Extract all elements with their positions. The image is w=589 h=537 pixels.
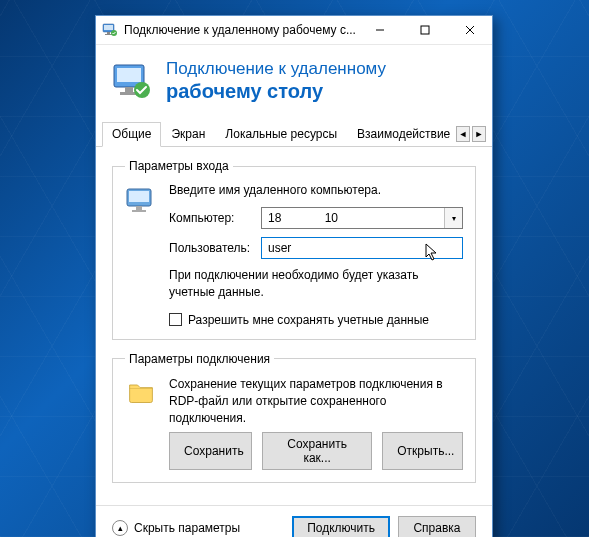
save-button[interactable]: Сохранить — [169, 432, 252, 470]
rdc-window: Подключение к удаленному рабочему с... — [95, 15, 493, 537]
header-title-line2: рабочему столу — [166, 79, 386, 103]
connection-settings-text: Сохранение текущих параметров подключени… — [169, 376, 463, 426]
login-settings-group: Параметры входа Введите имя удаленного к… — [112, 159, 476, 340]
help-button[interactable]: Справка — [398, 516, 476, 537]
computer-combobox[interactable]: ▾ — [261, 207, 463, 229]
svg-rect-2 — [107, 32, 110, 34]
computer-dropdown-button[interactable]: ▾ — [444, 208, 462, 228]
tab-display[interactable]: Экран — [161, 122, 215, 147]
svg-rect-6 — [421, 26, 429, 34]
tab-bar: Общие Экран Локальные ресурсы Взаимодейс… — [96, 121, 492, 147]
credentials-note: При подключении необходимо будет указать… — [169, 267, 463, 301]
connection-settings-legend: Параметры подключения — [125, 352, 274, 366]
hide-options-toggle[interactable]: ▴ Скрыть параметры — [112, 520, 240, 536]
titlebar[interactable]: Подключение к удаленному рабочему с... — [96, 16, 492, 45]
chevron-down-icon: ▾ — [452, 214, 456, 223]
svg-rect-17 — [132, 210, 146, 212]
svg-rect-3 — [105, 34, 112, 35]
header-title-line1: Подключение к удаленному — [166, 59, 386, 79]
svg-rect-15 — [129, 191, 149, 202]
tab-local-resources[interactable]: Локальные ресурсы — [215, 122, 347, 147]
svg-rect-11 — [125, 87, 133, 92]
tab-scroll-left[interactable]: ◄ — [456, 126, 470, 142]
header: Подключение к удаленному рабочему столу — [96, 45, 492, 121]
chevron-up-icon: ▴ — [112, 520, 128, 536]
login-settings-legend: Параметры входа — [125, 159, 233, 173]
login-intro-text: Введите имя удаленного компьютера. — [169, 183, 463, 197]
tab-panel-general: Параметры входа Введите имя удаленного к… — [96, 147, 492, 505]
rdc-logo-icon — [112, 61, 152, 101]
dialog-footer: ▴ Скрыть параметры Подключить Справка — [96, 505, 492, 537]
username-label: Пользователь: — [169, 241, 255, 255]
folder-icon — [125, 376, 157, 470]
close-button[interactable] — [447, 16, 492, 44]
username-input[interactable] — [261, 237, 463, 259]
connection-settings-group: Параметры подключения Сохранение текущих… — [112, 352, 476, 483]
maximize-button[interactable] — [402, 16, 447, 44]
svg-rect-16 — [136, 206, 142, 210]
tab-experience[interactable]: Взаимодействие — [347, 122, 452, 147]
titlebar-text: Подключение к удаленному рабочему с... — [124, 23, 357, 37]
tab-scroll-right[interactable]: ► — [472, 126, 486, 142]
save-credentials-checkbox[interactable] — [169, 313, 182, 326]
computer-icon — [125, 183, 157, 327]
svg-rect-10 — [117, 68, 141, 82]
open-button[interactable]: Открыть... — [382, 432, 463, 470]
computer-input[interactable] — [262, 208, 444, 228]
hide-options-label: Скрыть параметры — [134, 521, 240, 535]
save-credentials-label: Разрешить мне сохранять учетные данные — [188, 313, 429, 327]
app-icon — [102, 22, 118, 38]
tab-general[interactable]: Общие — [102, 122, 161, 147]
computer-label: Компьютер: — [169, 211, 255, 225]
minimize-button[interactable] — [357, 16, 402, 44]
svg-rect-1 — [104, 25, 113, 30]
connect-button[interactable]: Подключить — [292, 516, 390, 537]
save-as-button[interactable]: Сохранить как... — [262, 432, 372, 470]
